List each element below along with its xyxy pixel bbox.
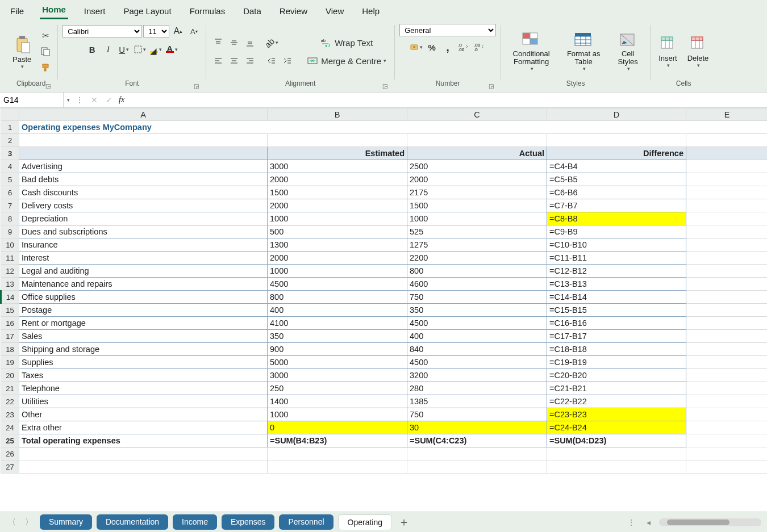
cell-C19[interactable]: 4500 <box>407 356 547 369</box>
row-header-14[interactable]: 14 <box>1 291 19 304</box>
cell-B15[interactable]: 400 <box>268 304 407 317</box>
cell-A2[interactable] <box>19 134 268 147</box>
cell-E10[interactable] <box>686 238 768 252</box>
cell-B4[interactable]: 3000 <box>268 160 407 173</box>
cell-B12[interactable]: 1000 <box>268 265 407 278</box>
cell-D8[interactable]: =C8-B8 <box>547 212 686 225</box>
cell-A15[interactable]: Postage <box>19 304 268 317</box>
cell-A12[interactable]: Legal and auditing <box>19 265 268 278</box>
namebox-more-icon[interactable]: ⋮ <box>72 95 87 104</box>
cell-D25[interactable]: =SUM(D4:D23) <box>547 434 686 447</box>
row-header-3[interactable]: 3 <box>1 147 19 160</box>
paste-button[interactable]: Paste ▾ <box>9 33 35 70</box>
cell-C25[interactable]: =SUM(C4:C23) <box>407 434 547 447</box>
align-right-button[interactable] <box>243 53 257 68</box>
cell-A11[interactable]: Interest <box>19 252 268 265</box>
row-header-7[interactable]: 7 <box>1 199 19 212</box>
cell-E15[interactable] <box>686 304 768 317</box>
row-header-26[interactable]: 26 <box>1 447 19 460</box>
sheet-tab-income[interactable]: Income <box>173 514 217 530</box>
row-header-10[interactable]: 10 <box>1 238 19 252</box>
cell-B23[interactable]: 1000 <box>268 408 407 421</box>
cancel-icon[interactable]: ✕ <box>87 95 102 104</box>
cell-B24[interactable]: 0 <box>268 421 407 434</box>
cell-E9[interactable] <box>686 225 768 238</box>
cell-C4[interactable]: 2500 <box>407 160 547 173</box>
cell-E7[interactable] <box>686 199 768 212</box>
cell-C18[interactable]: 840 <box>407 343 547 356</box>
cell-C23[interactable]: 750 <box>407 408 547 421</box>
cell-B6[interactable]: 1500 <box>268 186 407 199</box>
cell-B26[interactable] <box>268 447 407 460</box>
chevron-down-icon[interactable]: ▾ <box>65 97 72 103</box>
sheet-title[interactable]: Operating expenses MyCompany <box>19 121 768 134</box>
cell-B16[interactable]: 4100 <box>268 317 407 330</box>
sheet-tab-documentation[interactable]: Documentation <box>97 514 168 530</box>
menu-formulas[interactable]: Formulas <box>187 3 228 19</box>
name-box[interactable] <box>0 93 64 107</box>
cell-E27[interactable] <box>686 460 768 474</box>
select-all-corner[interactable] <box>1 108 19 121</box>
cell-E2[interactable] <box>686 134 768 147</box>
cell-C13[interactable]: 4600 <box>407 278 547 291</box>
cell-B9[interactable]: 500 <box>268 225 407 238</box>
cell-C21[interactable]: 280 <box>407 382 547 395</box>
cell-E20[interactable] <box>686 369 768 382</box>
row-header-18[interactable]: 18 <box>1 343 19 356</box>
sheet-tab-summary[interactable]: Summary <box>40 514 92 530</box>
add-sheet-button[interactable]: ＋ <box>397 515 411 530</box>
cell-C6[interactable]: 2175 <box>407 186 547 199</box>
cell-D15[interactable]: =C15-B15 <box>547 304 686 317</box>
decrease-decimal-button[interactable]: .00.0 <box>472 40 487 55</box>
sheet-tab-expenses[interactable]: Expenses <box>222 514 274 530</box>
cell-E23[interactable] <box>686 408 768 421</box>
cell-A25[interactable]: Total operating expenses <box>19 434 268 447</box>
align-left-button[interactable] <box>211 53 226 68</box>
row-header-19[interactable]: 19 <box>1 356 19 369</box>
orientation-button[interactable]: ab▾ <box>264 35 279 50</box>
cell-E16[interactable] <box>686 317 768 330</box>
cell-B11[interactable]: 2000 <box>268 252 407 265</box>
cell-C15[interactable]: 350 <box>407 304 547 317</box>
cell-D22[interactable]: =C22-B22 <box>547 395 686 408</box>
cell-E24[interactable] <box>686 421 768 434</box>
bold-button[interactable]: B <box>85 42 99 57</box>
cell-A6[interactable]: Cash discounts <box>19 186 268 199</box>
cell-D21[interactable]: =C21-B21 <box>547 382 686 395</box>
cell-A22[interactable]: Utilities <box>19 395 268 408</box>
cell-D24[interactable]: =C24-B24 <box>547 421 686 434</box>
dialog-launcher-icon[interactable]: ◲ <box>487 82 495 90</box>
copy-button[interactable] <box>38 44 53 59</box>
wrap-text-button[interactable]: ab Wrap Text <box>304 35 390 50</box>
row-header-1[interactable]: 1 <box>1 121 19 134</box>
cell-E12[interactable] <box>686 265 768 278</box>
shrink-font-button[interactable]: A▾ <box>186 24 201 39</box>
increase-decimal-button[interactable]: .0.00 <box>456 40 471 55</box>
cell-A10[interactable]: Insurance <box>19 238 268 252</box>
grow-font-button[interactable]: A▴ <box>170 24 185 39</box>
dialog-launcher-icon[interactable]: ◲ <box>44 82 52 90</box>
cell-B20[interactable]: 3000 <box>268 369 407 382</box>
cell-D12[interactable]: =C12-B12 <box>547 265 686 278</box>
decrease-indent-button[interactable] <box>264 53 279 68</box>
insert-button[interactable]: Insert▾ <box>655 35 681 69</box>
cell-E4[interactable] <box>686 160 768 173</box>
font-color-button[interactable]: A▾ <box>164 42 179 57</box>
cell-E21[interactable] <box>686 382 768 395</box>
format-painter-button[interactable] <box>38 60 53 75</box>
cell-B22[interactable]: 1400 <box>268 395 407 408</box>
row-header-12[interactable]: 12 <box>1 265 19 278</box>
cell-B5[interactable]: 2000 <box>268 173 407 186</box>
row-header-2[interactable]: 2 <box>1 134 19 147</box>
cell-D20[interactable]: =C20-B20 <box>547 369 686 382</box>
scroll-left-icon[interactable]: ◂ <box>642 516 655 529</box>
sheet-tab-operating[interactable]: Operating <box>338 514 392 530</box>
horizontal-scrollbar[interactable] <box>659 518 761 526</box>
align-top-button[interactable] <box>211 35 226 50</box>
cell-D26[interactable] <box>547 447 686 460</box>
cell-E6[interactable] <box>686 186 768 199</box>
cell-D16[interactable]: =C16-B16 <box>547 317 686 330</box>
row-header-20[interactable]: 20 <box>1 369 19 382</box>
cell-D2[interactable] <box>547 134 686 147</box>
fx-icon[interactable]: fx <box>116 95 127 104</box>
